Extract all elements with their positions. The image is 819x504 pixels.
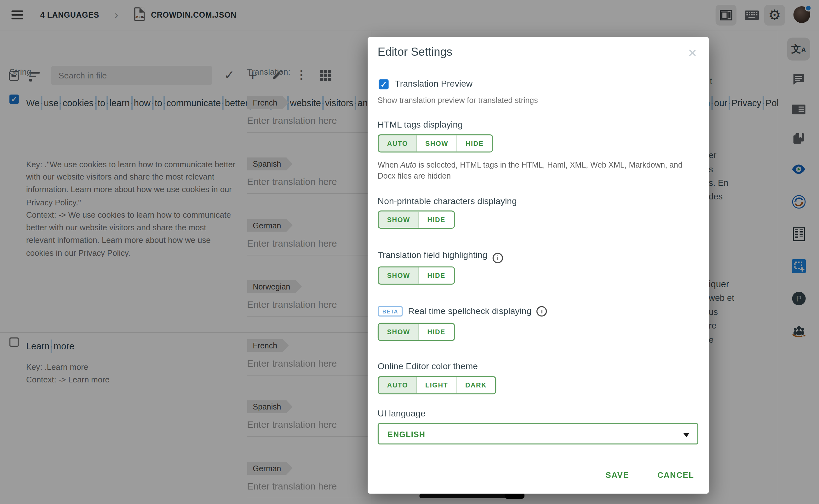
color-theme-heading: Online Editor color theme <box>378 361 478 372</box>
ui-language-select[interactable]: ENGLISH <box>378 423 698 444</box>
html-tags-segmented: AUTO SHOW HIDE <box>378 134 493 152</box>
spellcheck-heading-row: BETA Real time spellcheck displaying i <box>378 306 547 317</box>
spellcheck-show-button[interactable]: SHOW <box>379 324 419 340</box>
field-highlighting-hide-button[interactable]: HIDE <box>419 267 454 283</box>
translation-preview-label: Translation Preview <box>395 79 473 89</box>
info-icon[interactable]: i <box>537 306 547 317</box>
translation-preview-checkbox[interactable]: ✓ <box>379 79 389 89</box>
info-icon[interactable]: i <box>493 253 503 263</box>
spellcheck-hide-button[interactable]: HIDE <box>419 324 454 340</box>
close-icon[interactable]: ✕ <box>688 47 697 60</box>
ui-language-value: ENGLISH <box>387 430 425 439</box>
beta-badge: BETA <box>378 306 403 317</box>
ui-language-label: UI language <box>378 409 426 419</box>
html-tags-hide-button[interactable]: HIDE <box>457 135 492 151</box>
screen: 4 LANGUAGES › JSON CROWDIN.COM.JSON ⚙ <box>0 0 819 504</box>
spellcheck-segmented: SHOW HIDE <box>378 323 455 341</box>
html-tags-show-button[interactable]: SHOW <box>417 135 457 151</box>
color-theme-light-button[interactable]: LIGHT <box>417 377 457 393</box>
modal-title: Editor Settings <box>378 45 452 59</box>
caret-down-icon <box>683 433 690 437</box>
field-highlighting-show-button[interactable]: SHOW <box>379 267 419 283</box>
editor-settings-modal: Editor Settings ✕ ✓ Translation Preview … <box>368 37 709 494</box>
color-theme-segmented: AUTO LIGHT DARK <box>378 376 496 394</box>
html-tags-auto-button[interactable]: AUTO <box>379 135 417 151</box>
html-tags-heading: HTML tags displaying <box>378 120 463 130</box>
html-tags-help: When Auto is selected, HTML tags in the … <box>378 159 689 181</box>
translation-preview-desc: Show translation preview for translated … <box>378 95 538 104</box>
non-printable-hide-button[interactable]: HIDE <box>419 212 454 228</box>
non-printable-heading: Non-printable characters displaying <box>378 196 517 207</box>
cancel-button[interactable]: CANCEL <box>650 467 701 484</box>
spellcheck-heading: Real time spellcheck displaying <box>408 306 531 317</box>
field-highlighting-heading: Translation field highlightingi <box>378 250 503 263</box>
non-printable-show-button[interactable]: SHOW <box>379 212 419 228</box>
save-button[interactable]: SAVE <box>598 467 636 484</box>
field-highlighting-segmented: SHOW HIDE <box>378 266 455 285</box>
color-theme-auto-button[interactable]: AUTO <box>379 377 417 393</box>
non-printable-segmented: SHOW HIDE <box>378 210 455 229</box>
color-theme-dark-button[interactable]: DARK <box>457 377 495 393</box>
